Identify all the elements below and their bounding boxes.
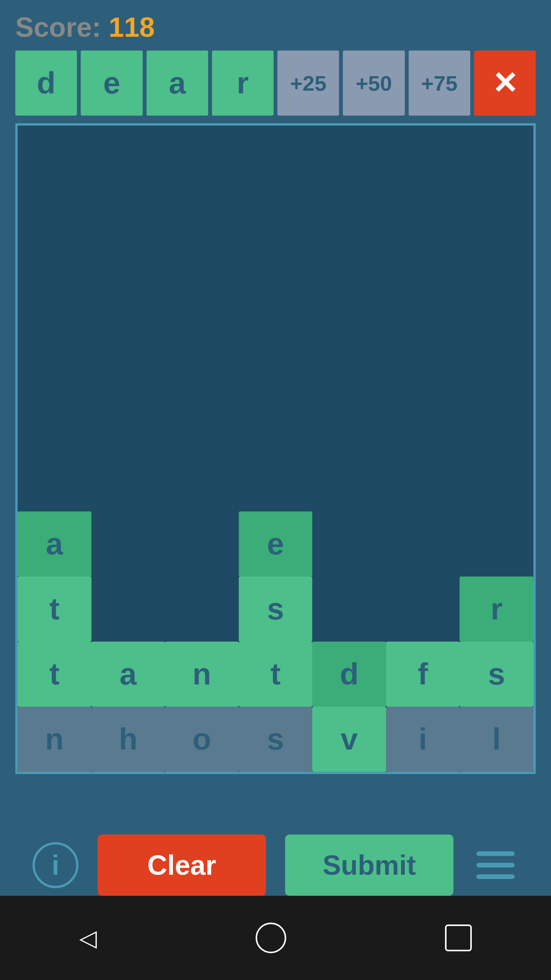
grid-cell-r3c6[interactable]: l [460,707,533,772]
bonus-tile-50[interactable]: +50 [343,51,404,116]
delete-button[interactable]: ✕ [474,51,536,116]
grid-cell-r1c6[interactable]: r [460,577,533,642]
android-nav-bar: ◁ [0,896,551,980]
home-button[interactable] [256,923,286,953]
grid-cell-r0c0[interactable]: a [18,511,91,577]
recents-button[interactable] [445,924,472,951]
grid-cell-r0c4 [312,511,386,577]
grid-cell-r3c4[interactable]: v [312,707,386,772]
grid-cell-r0c1 [91,511,165,577]
word-tile-r[interactable]: r [212,51,274,116]
menu-line-3 [476,874,515,879]
score-label: Score: [15,11,101,43]
menu-line-1 [476,851,515,856]
clear-button[interactable]: Clear [98,835,266,896]
grid-cell-r2c0[interactable]: t [18,642,91,707]
grid-cell-r0c6 [460,511,533,577]
grid-cell-r3c3[interactable]: s [239,707,313,772]
submit-button[interactable]: Submit [285,835,453,896]
game-board: a e t s r t a n t d f s n h o s v i l [15,123,536,774]
grid-cell-r1c5 [386,577,460,642]
word-tile-e[interactable]: e [81,51,142,116]
grid-cell-r3c2[interactable]: o [165,707,239,772]
score-area: Score: 118 [0,0,551,51]
grid-cell-r3c0[interactable]: n [18,707,91,772]
word-tile-d[interactable]: d [15,51,77,116]
grid-cell-r1c0[interactable]: t [18,577,91,642]
word-tile-a[interactable]: a [147,51,208,116]
grid-cell-r2c1[interactable]: a [91,642,165,707]
menu-button[interactable] [473,842,518,888]
grid-cell-r0c5 [386,511,460,577]
grid-cell-r1c4 [312,577,386,642]
grid-cell-r2c4[interactable]: d [312,642,386,707]
grid-cell-r0c2 [165,511,239,577]
grid-cell-r1c1 [91,577,165,642]
grid-cell-r1c3[interactable]: s [239,577,313,642]
grid-cell-r0c3[interactable]: e [239,511,313,577]
menu-line-2 [476,863,515,867]
grid-cell-r2c6[interactable]: s [460,642,533,707]
grid-cell-r2c5[interactable]: f [386,642,460,707]
grid-cell-r1c2 [165,577,239,642]
grid-cell-r2c2[interactable]: n [165,642,239,707]
grid-container: a e t s r t a n t d f s n h o s v i l [18,511,533,772]
bonus-tile-25[interactable]: +25 [277,51,339,116]
score-value: 118 [109,11,155,43]
back-button[interactable]: ◁ [79,924,97,951]
info-button[interactable]: i [33,842,78,888]
grid-cell-r2c3[interactable]: t [239,642,313,707]
bonus-tile-75[interactable]: +75 [409,51,470,116]
bottom-bar: i Clear Submit [0,835,551,896]
info-icon: i [52,849,59,881]
grid-cell-r3c1[interactable]: h [91,707,165,772]
word-tiles-row: d e a r +25 +50 +75 ✕ [0,51,551,116]
grid-cell-r3c5[interactable]: i [386,707,460,772]
